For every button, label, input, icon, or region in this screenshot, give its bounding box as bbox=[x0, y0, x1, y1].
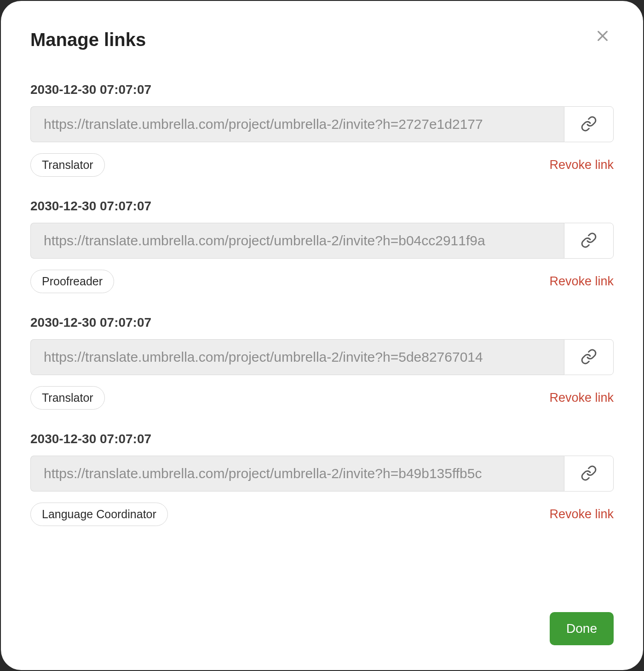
link-url-field[interactable]: https://translate.umbrella.com/project/u… bbox=[30, 223, 564, 259]
revoke-link-button[interactable]: Revoke link bbox=[549, 391, 614, 405]
link-timestamp: 2030-12-30 07:07:07 bbox=[30, 82, 614, 97]
copy-link-button[interactable] bbox=[564, 106, 614, 142]
link-icon bbox=[581, 348, 597, 366]
role-chip: Translator bbox=[30, 153, 105, 177]
link-icon bbox=[581, 465, 597, 483]
modal-title: Manage links bbox=[30, 29, 146, 50]
revoke-link-button[interactable]: Revoke link bbox=[549, 507, 614, 521]
link-url-field[interactable]: https://translate.umbrella.com/project/u… bbox=[30, 339, 564, 375]
link-item: 2030-12-30 07:07:07 https://translate.um… bbox=[30, 432, 614, 526]
link-icon bbox=[581, 116, 597, 133]
links-list: 2030-12-30 07:07:07 https://translate.um… bbox=[30, 82, 614, 612]
link-url-field[interactable]: https://translate.umbrella.com/project/u… bbox=[30, 456, 564, 492]
role-chip: Language Coordinator bbox=[30, 503, 168, 526]
close-button[interactable] bbox=[592, 25, 614, 47]
link-input-row: https://translate.umbrella.com/project/u… bbox=[30, 223, 614, 259]
link-item: 2030-12-30 07:07:07 https://translate.um… bbox=[30, 199, 614, 293]
role-chip: Proofreader bbox=[30, 270, 114, 293]
link-input-row: https://translate.umbrella.com/project/u… bbox=[30, 339, 614, 375]
revoke-link-button[interactable]: Revoke link bbox=[549, 158, 614, 172]
manage-links-modal: Manage links 2030-12-30 07:07:07 https:/… bbox=[1, 1, 643, 670]
revoke-link-button[interactable]: Revoke link bbox=[549, 274, 614, 289]
link-footer: Translator Revoke link bbox=[30, 153, 614, 177]
copy-link-button[interactable] bbox=[564, 339, 614, 375]
link-timestamp: 2030-12-30 07:07:07 bbox=[30, 432, 614, 446]
link-input-row: https://translate.umbrella.com/project/u… bbox=[30, 456, 614, 492]
link-item: 2030-12-30 07:07:07 https://translate.um… bbox=[30, 82, 614, 177]
done-button[interactable]: Done bbox=[550, 612, 614, 645]
modal-header: Manage links bbox=[30, 29, 614, 50]
link-footer: Proofreader Revoke link bbox=[30, 270, 614, 293]
copy-link-button[interactable] bbox=[564, 223, 614, 259]
copy-link-button[interactable] bbox=[564, 456, 614, 492]
link-url-field[interactable]: https://translate.umbrella.com/project/u… bbox=[30, 106, 564, 142]
link-footer: Translator Revoke link bbox=[30, 386, 614, 410]
role-chip: Translator bbox=[30, 386, 105, 410]
link-input-row: https://translate.umbrella.com/project/u… bbox=[30, 106, 614, 142]
link-item: 2030-12-30 07:07:07 https://translate.um… bbox=[30, 315, 614, 410]
link-icon bbox=[581, 232, 597, 250]
link-timestamp: 2030-12-30 07:07:07 bbox=[30, 315, 614, 330]
link-footer: Language Coordinator Revoke link bbox=[30, 503, 614, 526]
modal-footer: Done bbox=[30, 612, 614, 645]
link-timestamp: 2030-12-30 07:07:07 bbox=[30, 199, 614, 214]
